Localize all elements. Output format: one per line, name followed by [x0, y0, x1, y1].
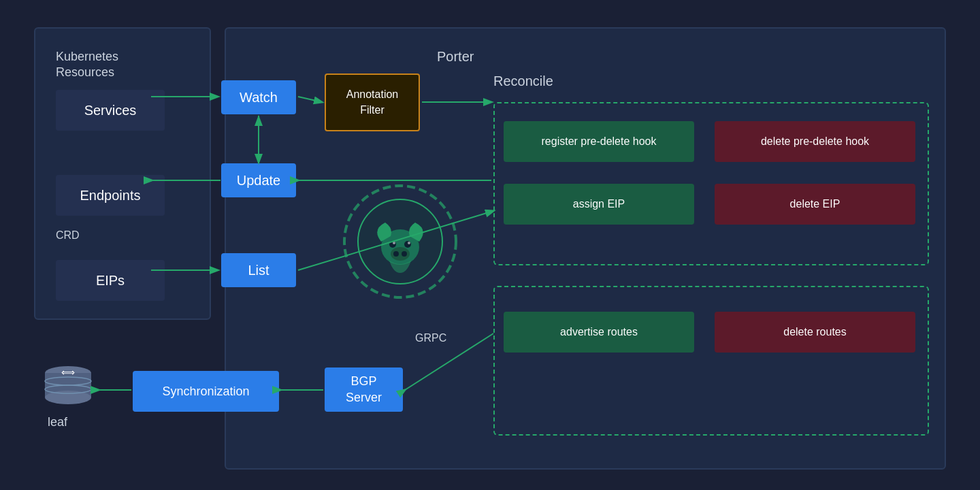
- svg-text:⟺: ⟺: [61, 367, 75, 378]
- svg-point-8: [393, 251, 399, 257]
- bgp-server-button[interactable]: BGP Server: [325, 368, 403, 412]
- assign-eip-block: assign EIP: [504, 184, 694, 225]
- eips-block: EIPs: [56, 260, 165, 301]
- advertise-routes-block: advertise routes: [504, 312, 694, 353]
- k8s-resources-box: Kubernetes Resources Services Endpoints …: [34, 27, 211, 320]
- list-button[interactable]: List: [221, 253, 296, 287]
- porter-mascot: [339, 180, 461, 303]
- svg-point-3: [389, 241, 396, 248]
- grpc-label: GRPC: [415, 332, 446, 344]
- crd-label: CRD: [56, 229, 80, 242]
- delete-pre-delete-block: delete pre-delete hook: [715, 121, 915, 162]
- svg-point-5: [393, 242, 395, 244]
- reconcile-label: Reconcile: [493, 74, 553, 89]
- register-pre-delete-block: register pre-delete hook: [504, 121, 694, 162]
- annotation-filter-box: Annotation Filter: [325, 74, 420, 131]
- watch-button[interactable]: Watch: [221, 80, 296, 114]
- k8s-label: Kubernetes Resources: [56, 49, 118, 81]
- endpoints-block: Endpoints: [56, 175, 165, 216]
- svg-point-4: [404, 241, 411, 248]
- services-block: Services: [56, 90, 165, 131]
- main-diagram: Kubernetes Resources Services Endpoints …: [20, 14, 960, 476]
- svg-point-6: [408, 242, 410, 244]
- leaf-label: leaf: [48, 415, 67, 429]
- delete-eip-block: delete EIP: [715, 184, 915, 225]
- reconcile-area-2: [493, 286, 929, 436]
- leaf-icon: ⟺: [41, 361, 95, 408]
- svg-point-9: [402, 251, 407, 257]
- porter-label: Porter: [437, 49, 474, 65]
- synchronization-button[interactable]: Synchronization: [133, 371, 279, 412]
- update-button[interactable]: Update: [221, 163, 296, 197]
- delete-routes-block: delete routes: [715, 312, 915, 353]
